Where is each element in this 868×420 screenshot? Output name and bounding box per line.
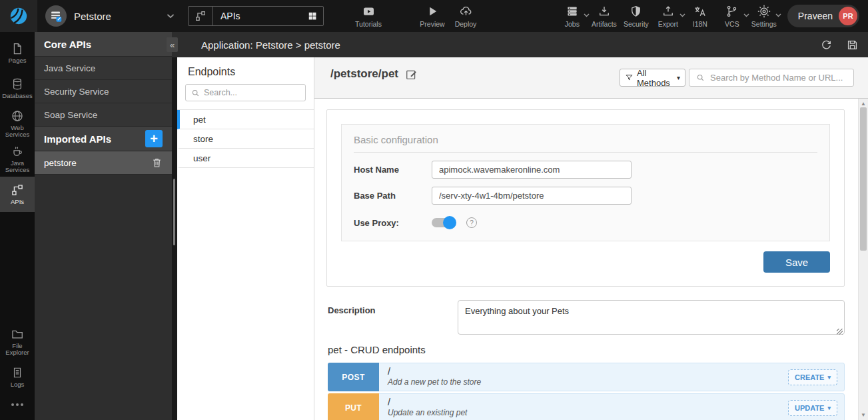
endpoint-item-pet[interactable]: pet bbox=[177, 110, 314, 129]
host-name-field[interactable] bbox=[432, 161, 632, 179]
methods-filter-select[interactable]: All Methods ▾ bbox=[620, 69, 685, 87]
scroll-down-icon[interactable]: ▼ bbox=[859, 412, 868, 418]
coffee-cup-icon bbox=[11, 145, 24, 158]
vcs-button[interactable]: VCS bbox=[717, 5, 747, 28]
project-name: Petstore bbox=[74, 11, 157, 22]
topbar: Petstore APIs Tutorials Preview bbox=[0, 0, 868, 32]
help-icon[interactable]: ? bbox=[466, 217, 477, 228]
tutorials-button[interactable]: Tutorials bbox=[353, 5, 384, 28]
deploy-cloud-icon bbox=[459, 5, 473, 18]
endpoint-description: Update an existing pet bbox=[388, 408, 788, 417]
base-path-label: Base Path bbox=[354, 191, 432, 201]
endpoint-item-store[interactable]: store bbox=[177, 129, 314, 149]
sidebar-item-soap-service[interactable]: Soap Service bbox=[35, 103, 172, 127]
artifacts-button[interactable]: Artifacts bbox=[589, 5, 620, 28]
deploy-button[interactable]: Deploy bbox=[450, 5, 481, 28]
preview-icon bbox=[426, 5, 439, 18]
sidebar-item-file-explorer[interactable]: File Explorer bbox=[0, 324, 35, 359]
caret-down-icon bbox=[775, 13, 781, 17]
scroll-up-icon[interactable]: ▲ bbox=[859, 101, 868, 107]
project-selector[interactable]: Petstore bbox=[45, 5, 177, 27]
scrollbar-thumb[interactable] bbox=[860, 107, 867, 251]
workspace-switcher[interactable]: APIs bbox=[188, 6, 324, 26]
use-proxy-toggle[interactable] bbox=[432, 218, 454, 227]
add-api-button[interactable]: + bbox=[145, 130, 163, 147]
endpoint-path: / bbox=[388, 365, 788, 377]
sidebar-item-logs[interactable]: Logs bbox=[0, 359, 35, 395]
endpoint-path: / bbox=[388, 396, 788, 408]
wavemaker-studio: Petstore APIs Tutorials Preview bbox=[0, 0, 868, 420]
host-name-label: Host Name bbox=[354, 165, 432, 175]
caret-down-icon: ▾ bbox=[827, 374, 831, 381]
wavemaker-logo-icon bbox=[9, 6, 29, 26]
vertical-scrollbar[interactable]: ▲ ▼ bbox=[858, 99, 868, 420]
imported-apis-header: Imported APIs + bbox=[35, 127, 172, 151]
endpoint-description: Add a new pet to the store bbox=[388, 377, 788, 387]
database-icon bbox=[11, 77, 24, 91]
folder-icon bbox=[11, 327, 24, 341]
preview-button[interactable]: Preview bbox=[417, 5, 448, 28]
use-proxy-label: Use Proxy: bbox=[354, 218, 432, 228]
endpoints-search[interactable] bbox=[185, 84, 306, 101]
crud-section-title: pet - CRUD endpoints bbox=[328, 344, 426, 355]
sidebar-item-databases[interactable]: Databases bbox=[0, 71, 35, 106]
update-action-button[interactable]: UPDATE ▾ bbox=[788, 400, 837, 416]
app-logo[interactable] bbox=[0, 0, 37, 32]
globe-icon bbox=[11, 109, 24, 123]
sidebar-item-petstore[interactable]: petstore bbox=[35, 151, 172, 175]
endpoint-item-user[interactable]: user bbox=[177, 149, 314, 168]
core-apis-header: Core APIs bbox=[35, 32, 172, 57]
sidebar-item-apis[interactable]: APIs bbox=[0, 177, 35, 212]
refresh-icon[interactable] bbox=[820, 39, 833, 51]
description-label: Description bbox=[328, 300, 458, 337]
endpoint-row-put[interactable]: PUT / Update an existing pet UPDATE ▾ bbox=[328, 393, 845, 420]
save-icon[interactable] bbox=[846, 39, 859, 51]
description-row: Description Everything about your Pets bbox=[328, 300, 858, 337]
apis-icon bbox=[189, 7, 213, 25]
branch-icon bbox=[725, 5, 738, 18]
caret-down-icon: ▾ bbox=[827, 405, 831, 411]
main-header: /petstore/pet All Methods ▾ bbox=[314, 57, 868, 99]
security-button[interactable]: Security bbox=[621, 5, 651, 28]
workspace-label: APIs bbox=[213, 11, 308, 21]
sidebar-scrollbar[interactable] bbox=[173, 179, 175, 245]
endpoints-search-input[interactable] bbox=[204, 88, 300, 97]
jobs-icon bbox=[566, 5, 579, 18]
user-name: Praveen bbox=[798, 11, 833, 21]
jobs-button[interactable]: Jobs bbox=[557, 5, 588, 28]
activity-bar: Pages Databases Web Services Java Servic… bbox=[0, 32, 35, 420]
search-icon bbox=[696, 73, 705, 82]
sidebar-item-pages[interactable]: Pages bbox=[0, 35, 35, 71]
create-action-button[interactable]: CREATE ▾ bbox=[788, 369, 837, 385]
crud-endpoint-list: POST / Add a new pet to the store CREATE… bbox=[328, 363, 845, 420]
description-field[interactable]: Everything about your Pets bbox=[458, 300, 845, 335]
settings-button[interactable]: Settings bbox=[749, 5, 779, 28]
method-search[interactable] bbox=[689, 69, 854, 87]
sidebar-item-java-services[interactable]: Java Services bbox=[0, 141, 35, 177]
export-button[interactable]: Export bbox=[653, 5, 683, 28]
i18n-button[interactable]: I18N bbox=[685, 5, 715, 28]
breadcrumb-bar: « Application: Petstore > petstore bbox=[172, 32, 868, 57]
sidebar-item-web-services[interactable]: Web Services bbox=[0, 106, 35, 141]
collapse-sidebar-icon[interactable]: « bbox=[167, 37, 178, 52]
delete-api-icon[interactable] bbox=[151, 157, 163, 169]
gear-icon bbox=[757, 5, 771, 18]
endpoints-panel: Endpoints pet store user bbox=[177, 57, 314, 420]
sidebar-item-java-service[interactable]: Java Service bbox=[35, 57, 172, 80]
sidebar-item-security-service[interactable]: Security Service bbox=[35, 80, 172, 103]
config-card: Basic configuration Host Name Base Path … bbox=[326, 109, 845, 287]
toggle-knob bbox=[443, 216, 456, 229]
shield-icon bbox=[630, 5, 642, 18]
user-menu[interactable]: Praveen PR bbox=[787, 5, 859, 27]
edit-icon[interactable] bbox=[405, 68, 418, 81]
search-icon bbox=[191, 89, 200, 97]
tutorials-icon bbox=[362, 5, 376, 18]
endpoint-row-post[interactable]: POST / Add a new pet to the store CREATE… bbox=[328, 363, 845, 391]
more-options-icon[interactable] bbox=[0, 395, 35, 415]
apis-sidebar: Core APIs Java Service Security Service … bbox=[35, 32, 172, 420]
base-path-field[interactable] bbox=[432, 187, 632, 205]
method-search-input[interactable] bbox=[710, 73, 847, 83]
chevron-down-icon bbox=[164, 9, 177, 23]
download-icon bbox=[598, 5, 611, 18]
save-button[interactable]: Save bbox=[763, 251, 830, 273]
